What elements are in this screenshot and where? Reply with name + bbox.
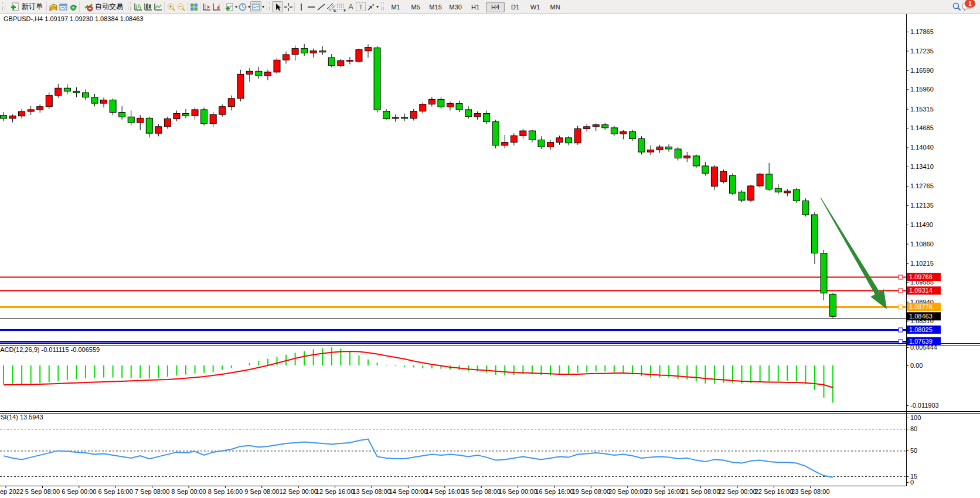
svg-text:1.09766: 1.09766	[909, 273, 933, 280]
time-axis: ep 20225 Sep 08:006 Sep 00:006 Sep 16:00…	[0, 486, 830, 495]
fibonacci-tool-icon[interactable]: F	[336, 2, 346, 12]
svg-text:14 Sep 00:00: 14 Sep 00:00	[389, 488, 427, 495]
timeframe-button-M5[interactable]: M5	[406, 2, 425, 12]
axes-and-separators	[0, 14, 980, 486]
timeframe-button-M1[interactable]: M1	[386, 2, 405, 12]
svg-text:16 Sep 00:00: 16 Sep 00:00	[499, 488, 537, 495]
timeframe-button-M15[interactable]: M15	[426, 2, 445, 12]
timeframe-button-H4[interactable]: H4	[486, 2, 505, 12]
svg-text:21 Sep 08:00: 21 Sep 08:00	[682, 488, 720, 495]
new-order-icon	[10, 2, 20, 12]
arrows-tool-icon[interactable]	[366, 2, 376, 12]
svg-text:0: 0	[910, 479, 914, 486]
autotrading-button[interactable]: 自动交易	[81, 1, 125, 13]
svg-text:-0.011903: -0.011903	[910, 402, 939, 409]
svg-text:0.00: 0.00	[910, 362, 923, 369]
hline-objects	[0, 275, 906, 344]
template-dropdown-caret[interactable]: ▾	[262, 4, 264, 9]
svg-text:1.16590: 1.16590	[910, 67, 934, 74]
autotrading-icon	[83, 2, 93, 12]
toolbar-separator	[46, 2, 47, 12]
svg-text:1.08463: 1.08463	[909, 313, 933, 320]
horizontal-line-tool-icon[interactable]	[306, 2, 316, 12]
timeframe-button-W1[interactable]: W1	[526, 2, 545, 12]
toolbar-drag-handle[interactable]	[267, 2, 270, 11]
svg-text:8 Sep 16:00: 8 Sep 16:00	[208, 488, 243, 495]
svg-text:23 Sep 08:00: 23 Sep 08:00	[791, 488, 829, 495]
svg-text:1.08025: 1.08025	[909, 326, 933, 333]
timeframe-group: M1M5M15M30H1H4D1W1MN	[386, 2, 564, 12]
rsi-indicator-label: RSI(14) 13.5943	[0, 414, 43, 421]
svg-text:16 Sep 16:00: 16 Sep 16:00	[535, 488, 573, 495]
notification-badge: 1	[965, 0, 975, 8]
label-tool-icon[interactable]: T	[356, 2, 366, 11]
market-watch-icon[interactable]	[48, 2, 58, 12]
zoom-out-icon[interactable]	[176, 2, 186, 12]
svg-text:1.15960: 1.15960	[910, 86, 934, 93]
svg-text:1.15315: 1.15315	[910, 106, 934, 113]
period-clock-icon[interactable]	[237, 2, 247, 12]
main-toolbar: 新订单 自动交易 ▾	[0, 0, 980, 14]
arrows-dropdown-caret[interactable]: ▾	[376, 4, 379, 9]
bar-chart-icon[interactable]	[133, 2, 143, 12]
svg-text:13 Sep 08:00: 13 Sep 08:00	[352, 488, 390, 495]
svg-text:7 Sep 08:00: 7 Sep 08:00	[135, 488, 169, 495]
chart-canvas[interactable]: 1.178651.172351.165901.159601.153151.146…	[0, 0, 980, 498]
new-order-label: 新订单	[22, 2, 43, 12]
crosshair-icon[interactable]	[283, 2, 293, 12]
autotrading-label: 自动交易	[95, 2, 123, 12]
line-chart-icon[interactable]	[153, 2, 163, 12]
toolbar-separator	[200, 2, 200, 12]
svg-text:1.13410: 1.13410	[910, 163, 934, 170]
cursor-icon[interactable]	[272, 1, 283, 12]
data-window-icon[interactable]	[58, 2, 68, 12]
svg-text:20 Sep 16:00: 20 Sep 16:00	[645, 488, 683, 495]
macd-indicator-label: MACD(12,26,9) -0.011115 -0.006559	[0, 346, 100, 353]
new-chart-icon[interactable]	[224, 2, 234, 12]
svg-text:8 Sep 00:00: 8 Sep 00:00	[171, 488, 206, 495]
toolbar-drag-handle[interactable]	[2, 2, 5, 11]
timeframe-button-H1[interactable]: H1	[466, 2, 485, 12]
template-icon[interactable]	[250, 1, 261, 12]
notifications-icon[interactable]: 1	[962, 2, 972, 12]
tile-windows-icon[interactable]	[189, 2, 199, 12]
svg-text:1.17865: 1.17865	[910, 28, 934, 35]
candlestick-chart-icon[interactable]	[143, 2, 153, 12]
svg-text:1.12135: 1.12135	[910, 202, 934, 209]
chart-shift-icon[interactable]	[202, 2, 212, 12]
new-order-button[interactable]: 新订单	[8, 1, 45, 13]
svg-text:80: 80	[910, 425, 917, 432]
svg-text:1.17235: 1.17235	[910, 48, 934, 55]
zoom-in-icon[interactable]	[166, 2, 176, 12]
svg-text:22 Sep 00:00: 22 Sep 00:00	[718, 488, 756, 495]
trend-arrow-annotation	[821, 198, 887, 309]
search-icon[interactable]	[952, 2, 962, 12]
navigator-icon[interactable]	[68, 2, 78, 12]
svg-text:12 Sep 16:00: 12 Sep 16:00	[316, 488, 354, 495]
svg-text:19 Sep 08:00: 19 Sep 08:00	[572, 488, 610, 495]
toolbar-separator	[79, 2, 80, 12]
label-tool-letter: T	[359, 4, 363, 11]
timeframe-button-MN[interactable]: MN	[546, 2, 564, 12]
svg-text:50: 50	[910, 447, 917, 454]
timeframe-button-M30[interactable]: M30	[446, 2, 465, 12]
chart-title: GBPUSD-,H4 1.09197 1.09230 1.08384 1.084…	[4, 15, 144, 22]
svg-text:1.08776: 1.08776	[909, 303, 933, 310]
text-tool-icon[interactable]: A	[346, 2, 356, 12]
svg-text:1.10215: 1.10215	[910, 260, 934, 267]
svg-text:6 Sep 16:00: 6 Sep 16:00	[98, 488, 133, 495]
equidistant-channel-tool-icon[interactable]: E	[326, 2, 336, 12]
toolbar-separator	[294, 2, 295, 12]
svg-text:1.14040: 1.14040	[910, 144, 934, 151]
auto-scroll-icon[interactable]	[212, 2, 222, 12]
toolbar-drag-handle[interactable]	[381, 2, 384, 11]
toolbar-separator	[164, 2, 165, 12]
trendline-tool-icon[interactable]	[316, 2, 326, 12]
svg-text:20 Sep 00:00: 20 Sep 00:00	[608, 488, 646, 495]
text-tool-letter: A	[348, 2, 353, 11]
timeframe-button-D1[interactable]: D1	[506, 2, 525, 12]
vertical-line-tool-icon[interactable]	[296, 2, 306, 12]
fibo-tool-letter: F	[343, 8, 346, 13]
rsi-panel: 1008050150	[0, 414, 921, 486]
toolbar-drag-handle[interactable]	[128, 2, 131, 11]
